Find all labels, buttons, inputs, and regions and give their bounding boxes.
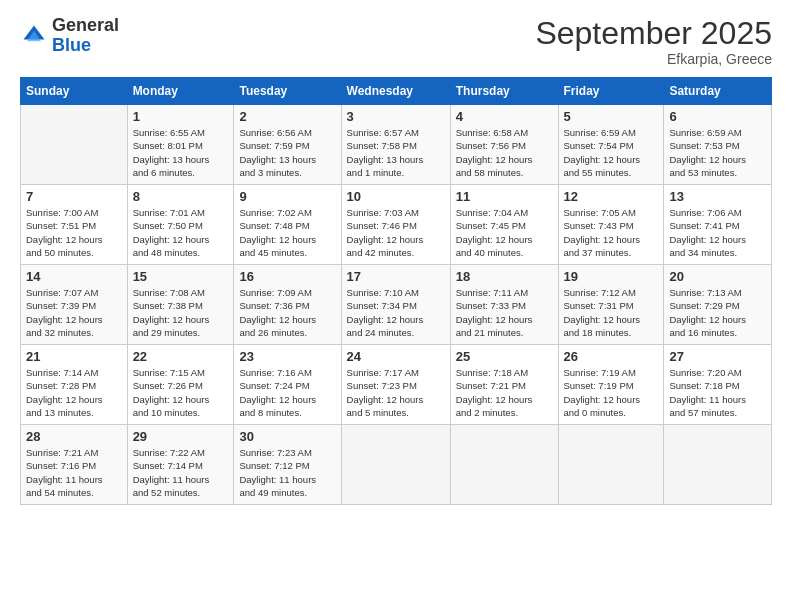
day-number: 6 xyxy=(669,109,766,124)
day-number: 14 xyxy=(26,269,122,284)
logo-general: General xyxy=(52,15,119,35)
cell-4-4 xyxy=(450,425,558,505)
day-number: 12 xyxy=(564,189,659,204)
day-number: 3 xyxy=(347,109,445,124)
cell-0-2: 2Sunrise: 6:56 AMSunset: 7:59 PMDaylight… xyxy=(234,105,341,185)
day-info: Sunrise: 7:08 AMSunset: 7:38 PMDaylight:… xyxy=(133,286,229,339)
day-number: 1 xyxy=(133,109,229,124)
day-info: Sunrise: 7:22 AMSunset: 7:14 PMDaylight:… xyxy=(133,446,229,499)
cell-2-6: 20Sunrise: 7:13 AMSunset: 7:29 PMDayligh… xyxy=(664,265,772,345)
cell-1-4: 11Sunrise: 7:04 AMSunset: 7:45 PMDayligh… xyxy=(450,185,558,265)
col-tuesday: Tuesday xyxy=(234,78,341,105)
day-info: Sunrise: 7:17 AMSunset: 7:23 PMDaylight:… xyxy=(347,366,445,419)
day-info: Sunrise: 7:14 AMSunset: 7:28 PMDaylight:… xyxy=(26,366,122,419)
day-info: Sunrise: 7:00 AMSunset: 7:51 PMDaylight:… xyxy=(26,206,122,259)
day-info: Sunrise: 7:02 AMSunset: 7:48 PMDaylight:… xyxy=(239,206,335,259)
week-row-0: 1Sunrise: 6:55 AMSunset: 8:01 PMDaylight… xyxy=(21,105,772,185)
day-number: 5 xyxy=(564,109,659,124)
calendar-page: General Blue September 2025 Efkarpia, Gr… xyxy=(0,0,792,612)
logo-icon xyxy=(20,22,48,50)
week-row-4: 28Sunrise: 7:21 AMSunset: 7:16 PMDayligh… xyxy=(21,425,772,505)
location: Efkarpia, Greece xyxy=(535,51,772,67)
cell-2-2: 16Sunrise: 7:09 AMSunset: 7:36 PMDayligh… xyxy=(234,265,341,345)
day-info: Sunrise: 6:57 AMSunset: 7:58 PMDaylight:… xyxy=(347,126,445,179)
cell-3-2: 23Sunrise: 7:16 AMSunset: 7:24 PMDayligh… xyxy=(234,345,341,425)
header-row: Sunday Monday Tuesday Wednesday Thursday… xyxy=(21,78,772,105)
week-row-3: 21Sunrise: 7:14 AMSunset: 7:28 PMDayligh… xyxy=(21,345,772,425)
title-block: September 2025 Efkarpia, Greece xyxy=(535,16,772,67)
col-wednesday: Wednesday xyxy=(341,78,450,105)
cell-4-1: 29Sunrise: 7:22 AMSunset: 7:14 PMDayligh… xyxy=(127,425,234,505)
day-number: 20 xyxy=(669,269,766,284)
cell-0-4: 4Sunrise: 6:58 AMSunset: 7:56 PMDaylight… xyxy=(450,105,558,185)
day-number: 17 xyxy=(347,269,445,284)
calendar-header: Sunday Monday Tuesday Wednesday Thursday… xyxy=(21,78,772,105)
day-info: Sunrise: 7:21 AMSunset: 7:16 PMDaylight:… xyxy=(26,446,122,499)
cell-1-1: 8Sunrise: 7:01 AMSunset: 7:50 PMDaylight… xyxy=(127,185,234,265)
day-info: Sunrise: 6:58 AMSunset: 7:56 PMDaylight:… xyxy=(456,126,553,179)
col-friday: Friday xyxy=(558,78,664,105)
day-number: 11 xyxy=(456,189,553,204)
day-number: 28 xyxy=(26,429,122,444)
cell-3-3: 24Sunrise: 7:17 AMSunset: 7:23 PMDayligh… xyxy=(341,345,450,425)
day-number: 30 xyxy=(239,429,335,444)
col-monday: Monday xyxy=(127,78,234,105)
logo-text: General Blue xyxy=(52,16,119,56)
cell-1-3: 10Sunrise: 7:03 AMSunset: 7:46 PMDayligh… xyxy=(341,185,450,265)
cell-4-3 xyxy=(341,425,450,505)
day-info: Sunrise: 7:09 AMSunset: 7:36 PMDaylight:… xyxy=(239,286,335,339)
cell-2-1: 15Sunrise: 7:08 AMSunset: 7:38 PMDayligh… xyxy=(127,265,234,345)
day-number: 22 xyxy=(133,349,229,364)
cell-1-5: 12Sunrise: 7:05 AMSunset: 7:43 PMDayligh… xyxy=(558,185,664,265)
week-row-1: 7Sunrise: 7:00 AMSunset: 7:51 PMDaylight… xyxy=(21,185,772,265)
logo: General Blue xyxy=(20,16,119,56)
cell-4-5 xyxy=(558,425,664,505)
day-number: 13 xyxy=(669,189,766,204)
logo-blue: Blue xyxy=(52,35,91,55)
cell-4-2: 30Sunrise: 7:23 AMSunset: 7:12 PMDayligh… xyxy=(234,425,341,505)
day-info: Sunrise: 7:06 AMSunset: 7:41 PMDaylight:… xyxy=(669,206,766,259)
day-info: Sunrise: 7:10 AMSunset: 7:34 PMDaylight:… xyxy=(347,286,445,339)
cell-3-4: 25Sunrise: 7:18 AMSunset: 7:21 PMDayligh… xyxy=(450,345,558,425)
day-info: Sunrise: 6:59 AMSunset: 7:54 PMDaylight:… xyxy=(564,126,659,179)
day-number: 19 xyxy=(564,269,659,284)
day-number: 9 xyxy=(239,189,335,204)
cell-0-3: 3Sunrise: 6:57 AMSunset: 7:58 PMDaylight… xyxy=(341,105,450,185)
day-info: Sunrise: 7:01 AMSunset: 7:50 PMDaylight:… xyxy=(133,206,229,259)
cell-0-1: 1Sunrise: 6:55 AMSunset: 8:01 PMDaylight… xyxy=(127,105,234,185)
cell-2-3: 17Sunrise: 7:10 AMSunset: 7:34 PMDayligh… xyxy=(341,265,450,345)
cell-0-0 xyxy=(21,105,128,185)
cell-4-0: 28Sunrise: 7:21 AMSunset: 7:16 PMDayligh… xyxy=(21,425,128,505)
day-number: 24 xyxy=(347,349,445,364)
cell-1-6: 13Sunrise: 7:06 AMSunset: 7:41 PMDayligh… xyxy=(664,185,772,265)
day-info: Sunrise: 7:03 AMSunset: 7:46 PMDaylight:… xyxy=(347,206,445,259)
day-number: 23 xyxy=(239,349,335,364)
day-number: 18 xyxy=(456,269,553,284)
cell-3-6: 27Sunrise: 7:20 AMSunset: 7:18 PMDayligh… xyxy=(664,345,772,425)
day-number: 25 xyxy=(456,349,553,364)
day-info: Sunrise: 6:59 AMSunset: 7:53 PMDaylight:… xyxy=(669,126,766,179)
col-sunday: Sunday xyxy=(21,78,128,105)
col-saturday: Saturday xyxy=(664,78,772,105)
day-info: Sunrise: 7:23 AMSunset: 7:12 PMDaylight:… xyxy=(239,446,335,499)
cell-2-4: 18Sunrise: 7:11 AMSunset: 7:33 PMDayligh… xyxy=(450,265,558,345)
cell-3-0: 21Sunrise: 7:14 AMSunset: 7:28 PMDayligh… xyxy=(21,345,128,425)
day-number: 15 xyxy=(133,269,229,284)
day-info: Sunrise: 7:18 AMSunset: 7:21 PMDaylight:… xyxy=(456,366,553,419)
cell-1-2: 9Sunrise: 7:02 AMSunset: 7:48 PMDaylight… xyxy=(234,185,341,265)
header: General Blue September 2025 Efkarpia, Gr… xyxy=(20,16,772,67)
cell-0-6: 6Sunrise: 6:59 AMSunset: 7:53 PMDaylight… xyxy=(664,105,772,185)
day-info: Sunrise: 7:11 AMSunset: 7:33 PMDaylight:… xyxy=(456,286,553,339)
col-thursday: Thursday xyxy=(450,78,558,105)
day-number: 4 xyxy=(456,109,553,124)
day-info: Sunrise: 7:16 AMSunset: 7:24 PMDaylight:… xyxy=(239,366,335,419)
day-number: 29 xyxy=(133,429,229,444)
day-number: 10 xyxy=(347,189,445,204)
month-title: September 2025 xyxy=(535,16,772,51)
day-info: Sunrise: 7:13 AMSunset: 7:29 PMDaylight:… xyxy=(669,286,766,339)
day-info: Sunrise: 7:04 AMSunset: 7:45 PMDaylight:… xyxy=(456,206,553,259)
cell-2-5: 19Sunrise: 7:12 AMSunset: 7:31 PMDayligh… xyxy=(558,265,664,345)
calendar-table: Sunday Monday Tuesday Wednesday Thursday… xyxy=(20,77,772,505)
day-number: 2 xyxy=(239,109,335,124)
calendar-body: 1Sunrise: 6:55 AMSunset: 8:01 PMDaylight… xyxy=(21,105,772,505)
